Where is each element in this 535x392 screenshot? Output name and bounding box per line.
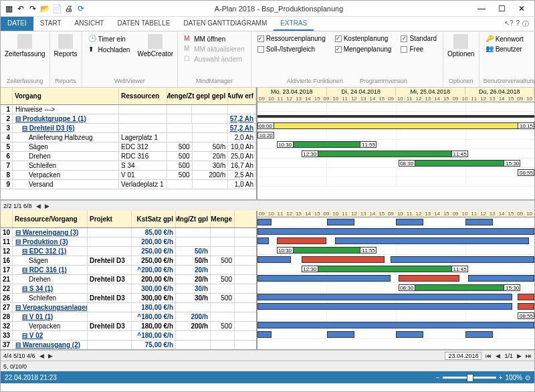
- gantt-bar[interactable]: [518, 303, 534, 310]
- table-row[interactable]: 22⊟ S 34 (1)300,00 €/h30/h: [1, 284, 256, 294]
- gantt-bar[interactable]: [257, 322, 534, 328]
- gantt-bar[interactable]: [518, 294, 534, 300]
- gantt-bar[interactable]: 15:0008:55: [518, 312, 534, 319]
- gantt-bar[interactable]: 12:3011:45: [302, 151, 467, 157]
- gantt-row[interactable]: [257, 255, 534, 264]
- gantt-bar[interactable]: [257, 294, 512, 300]
- gantt-bar[interactable]: [257, 256, 291, 263]
- gantt-bar[interactable]: 10:3011:55: [277, 141, 377, 148]
- table-row[interactable]: 1Hinweise --->: [1, 105, 256, 114]
- close-icon[interactable]: ✕: [512, 2, 532, 15]
- check-standard[interactable]: Standard: [399, 34, 439, 43]
- zoom-slider[interactable]: [443, 377, 496, 379]
- table-row[interactable]: 27⊟ Verpackungsanlagen (2180,00 €/h: [1, 303, 256, 312]
- gantt-row[interactable]: 15:0008:55: [257, 311, 534, 320]
- gantt-bar[interactable]: [257, 237, 269, 244]
- gantt-bar[interactable]: 08:0010:20: [257, 132, 274, 138]
- tab-start[interactable]: START: [33, 17, 68, 31]
- info-icon[interactable]: ⓘ: [522, 19, 529, 28]
- gantt-row[interactable]: 08:0010:15: [257, 121, 534, 130]
- tab-gantt[interactable]: DATEN GANTTDIAGRAMM: [177, 17, 274, 31]
- gantt-bar[interactable]: [257, 331, 272, 338]
- help-icon[interactable]: ?: [516, 19, 520, 28]
- undo-icon[interactable]: ↶: [15, 3, 26, 14]
- zoom-reset-icon[interactable]: ⊙: [525, 374, 530, 381]
- gantt-row[interactable]: 12:3011:45: [257, 264, 534, 274]
- table-row[interactable]: 8VerpackenV 01500200/h2,5 Ah: [1, 171, 256, 180]
- gantt-bar[interactable]: [396, 219, 423, 225]
- gantt-row[interactable]: [257, 330, 534, 339]
- kennwort-button[interactable]: 🔑Kennwort: [484, 34, 535, 43]
- table-row[interactable]: 28⊟ V 01 (1)^180,00 €/h200/h: [1, 312, 256, 322]
- check-sollIst[interactable]: Soll-/Istvergleich: [255, 45, 328, 54]
- gantt-bar[interactable]: [327, 331, 354, 338]
- gantt-bar[interactable]: [399, 275, 459, 282]
- gantt-bar[interactable]: 10:3011:55: [277, 247, 377, 254]
- zeiterfassung-button[interactable]: Zeiterfassung: [5, 34, 45, 58]
- gantt-bar[interactable]: [391, 256, 534, 263]
- gantt-bar[interactable]: [257, 228, 534, 235]
- webcreator-button[interactable]: WebCreator: [137, 34, 173, 76]
- app-icon[interactable]: ▦: [3, 3, 14, 14]
- gantt-row[interactable]: [257, 112, 534, 121]
- table-row[interactable]: 16SägenDrehteil D3250,00 €/h50/h500: [1, 256, 256, 266]
- gantt-row[interactable]: [257, 320, 534, 330]
- gantt-row[interactable]: 10:3011:55: [257, 140, 534, 149]
- prev-page-icon[interactable]: ◀: [496, 353, 500, 359]
- prev-icon[interactable]: ◀: [39, 353, 44, 359]
- gantt-bar[interactable]: [335, 237, 529, 244]
- next-icon[interactable]: ▶: [45, 203, 49, 209]
- gantt-bar[interactable]: [465, 331, 493, 338]
- gantt-row[interactable]: [257, 292, 534, 302]
- hochladen-button[interactable]: ⬆Hochladen: [86, 45, 132, 54]
- table-row[interactable]: 11⊟ Produktion (3)200,00 €/h: [1, 237, 256, 247]
- gantt-bar[interactable]: [257, 303, 512, 310]
- gantt-row[interactable]: [257, 302, 534, 311]
- table-row[interactable]: 3⊟ Drehteil D3 (6)57,2 Ah: [1, 124, 256, 133]
- reports-button[interactable]: Reports: [54, 34, 78, 58]
- timer-button[interactable]: 🕒Timer ein: [86, 34, 132, 43]
- gantt-bar[interactable]: [465, 219, 493, 225]
- gantt-bar[interactable]: [302, 256, 385, 263]
- next-page-icon[interactable]: ▶: [517, 353, 522, 359]
- gantt-bar[interactable]: 15:0008:55: [518, 169, 534, 176]
- gantt-bar[interactable]: [396, 331, 423, 338]
- table-row[interactable]: 4Anlieferung HalbzeugLagerplatz 12,0 Ah: [1, 133, 256, 142]
- table-row[interactable]: 12⊟ EDC 312 (1)250,00 €/h50/h: [1, 247, 256, 256]
- last-icon[interactable]: ⏭: [526, 353, 532, 359]
- gantt-row[interactable]: 08:3015:30: [257, 159, 534, 168]
- gantt-bar[interactable]: [257, 275, 391, 282]
- table-row[interactable]: 6DrehenRDC 31650020/h25,0 Ah: [1, 152, 256, 161]
- table-row[interactable]: 33⊟ V 02^180,00 €/h: [1, 331, 256, 340]
- maximize-icon[interactable]: ☐: [492, 2, 512, 15]
- gantt-row[interactable]: [257, 236, 534, 246]
- pointer-icon[interactable]: ↖?: [504, 19, 514, 28]
- table-row[interactable]: 7SchleifenS 3450030/h16,7 Ah: [1, 161, 256, 171]
- save-icon[interactable]: 📄: [51, 3, 62, 14]
- zoom-out-icon[interactable]: −: [436, 374, 440, 381]
- gantt-row[interactable]: 15:0008:55: [257, 168, 534, 177]
- table-row[interactable]: 2⊟ Produktgruppe 1 (1)57,2 Ah: [1, 114, 256, 124]
- tab-datei[interactable]: DATEI: [1, 17, 33, 31]
- gantt-row[interactable]: [257, 274, 534, 283]
- benutzer-button[interactable]: 👥Benutzer: [484, 44, 535, 54]
- redo-icon[interactable]: ↷: [27, 3, 38, 14]
- table-row[interactable]: 26SchleifenDrehteil D3300,00 €/h30/h500: [1, 294, 256, 303]
- gantt-bar[interactable]: 08:3015:30: [399, 160, 520, 167]
- gantt-row[interactable]: 08:3015:30: [257, 283, 534, 292]
- table-row[interactable]: 17⊟ RDC 316 (1)^200,00 €/h20/h: [1, 266, 256, 275]
- gantt-bar[interactable]: [468, 275, 534, 282]
- optionen-button[interactable]: Optionen: [447, 34, 475, 58]
- tab-extras[interactable]: EXTRAS: [274, 17, 314, 31]
- minimize-icon[interactable]: —: [471, 2, 492, 15]
- gantt-row[interactable]: 08:0010:20: [257, 130, 534, 140]
- gantt-bar[interactable]: 08:3015:30: [399, 284, 520, 291]
- gantt-bar[interactable]: 08:0010:15: [257, 122, 534, 129]
- gantt-row[interactable]: 10:3011:55: [257, 246, 534, 255]
- date-field[interactable]: 23.04.2018: [445, 352, 481, 360]
- open-icon[interactable]: 📂: [39, 3, 50, 14]
- table-row[interactable]: 10⊟ Wareneingang (3)85,00 €/h: [1, 228, 256, 237]
- gantt-bar[interactable]: [327, 219, 354, 225]
- gantt-bar[interactable]: [257, 219, 272, 225]
- zoom-in-icon[interactable]: +: [499, 374, 503, 381]
